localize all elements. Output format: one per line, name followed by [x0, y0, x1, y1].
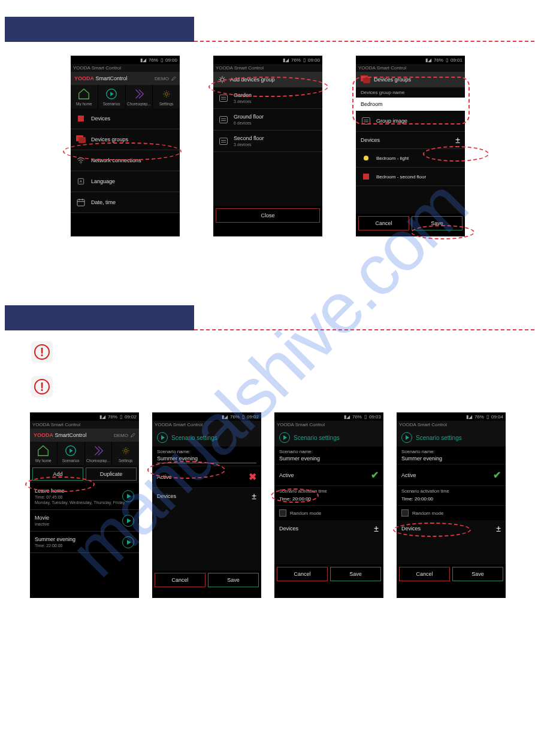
active-row[interactable]: Active ✔: [274, 464, 383, 486]
section-header-2: [5, 305, 194, 330]
save-button[interactable]: Save: [452, 567, 503, 581]
random-mode-row[interactable]: Random mode: [397, 506, 506, 520]
demo-badge: DEMO: [114, 433, 128, 438]
cancel-button[interactable]: Cancel: [277, 567, 328, 581]
footer-buttons: Cancel Save: [274, 564, 383, 584]
edit-icon[interactable]: [171, 76, 176, 81]
group-ground[interactable]: Ground floor6 devices: [213, 109, 322, 130]
svg-text:A: A: [80, 180, 82, 183]
add-button[interactable]: Add: [32, 467, 83, 481]
play-circle-icon: [64, 444, 77, 457]
menu-language[interactable]: A Language: [71, 171, 180, 192]
save-button[interactable]: Save: [208, 573, 259, 587]
play-circle-icon: [279, 432, 290, 443]
clock: 09:02: [247, 414, 259, 420]
scenario-name-field[interactable]: Scenario name: Summer evening: [274, 447, 383, 464]
group-name-input[interactable]: Bedroom: [356, 98, 465, 111]
battery-text: 76%: [434, 57, 443, 63]
dashed-line-2: [194, 329, 534, 330]
scenario-name-value: Summer evening: [279, 456, 379, 462]
devices-section: Devices ±: [274, 520, 383, 537]
random-mode-row[interactable]: Random mode: [274, 506, 383, 520]
checkbox-icon[interactable]: [401, 509, 409, 517]
tab-home[interactable]: My home: [71, 85, 98, 108]
save-button[interactable]: Save: [330, 567, 381, 581]
tab-scenarios-label: Scenarios: [62, 459, 80, 463]
phone-scenarios-list: ▮◢76%▯09:02 YOODA Smart Control YOODA Sm…: [30, 412, 139, 598]
scenario-name-label: Scenario name:: [401, 449, 501, 454]
device-item-blind[interactable]: Bedroom - second floor: [356, 168, 465, 186]
add-device-icon[interactable]: ±: [455, 135, 460, 145]
x-icon: ✖: [249, 471, 256, 482]
warning-icon-2: !: [31, 376, 53, 397]
cancel-button[interactable]: Cancel: [358, 216, 409, 230]
tab-scenarios[interactable]: Scenarios: [98, 85, 126, 108]
scenario-movie[interactable]: Movie Inactive: [30, 510, 139, 532]
scenario-settings-header: Scenario settings: [274, 429, 383, 447]
devices-label: Devices: [361, 137, 380, 143]
tab-settings[interactable]: Settings: [112, 442, 139, 465]
add-device-icon[interactable]: ±: [496, 524, 501, 533]
add-group-header-label: Add devices group: [230, 77, 275, 83]
add-device-icon[interactable]: ±: [252, 491, 256, 501]
duplicate-button[interactable]: Duplicate: [86, 467, 137, 481]
checkbox-icon[interactable]: [279, 509, 286, 517]
device-item-light[interactable]: Bedroom - light: [356, 149, 465, 168]
play-button[interactable]: [122, 490, 134, 502]
devices-groups-icon: [76, 135, 86, 144]
play-button[interactable]: [122, 536, 134, 548]
tab-home[interactable]: My home: [30, 442, 58, 465]
play-icon: [127, 494, 131, 499]
active-row[interactable]: Active ✔: [397, 464, 506, 486]
tab-scenarios[interactable]: Scenarios: [58, 442, 85, 465]
status-bar: ▮◢76%▯09:03: [274, 412, 383, 421]
menu-datetime[interactable]: Date, time: [71, 192, 180, 213]
devices-section: Devices ±: [356, 132, 465, 149]
group-name-label: Devices group name: [356, 87, 465, 98]
status-bar: ▮◢76%▯09:02: [152, 412, 261, 421]
scenario-leave-home[interactable]: Leave home Time: 07:45:00 Monday, Tuesda…: [30, 483, 139, 510]
add-device-icon[interactable]: ±: [374, 524, 379, 533]
scenario-sub1: Time: 07:45:00: [35, 495, 134, 499]
close-button[interactable]: Close: [216, 208, 320, 223]
choreo-icon: [92, 444, 105, 457]
active-row[interactable]: Active ✖: [152, 466, 261, 488]
group-second[interactable]: Second floor3 devices: [213, 130, 322, 152]
battery-icon: ▯: [161, 57, 163, 63]
edit-icon[interactable]: [131, 433, 135, 438]
brand-label: YOODA SmartControl: [34, 432, 87, 438]
play-button[interactable]: [122, 515, 134, 527]
menu-devices[interactable]: Devices: [71, 108, 180, 129]
menu-network[interactable]: Network connections: [71, 150, 180, 171]
tab-choreo[interactable]: Choreograp...: [126, 85, 153, 108]
activation-time-value[interactable]: Time: 20:00:00: [274, 496, 383, 506]
group-image-row[interactable]: Group image: [356, 111, 465, 132]
cancel-button[interactable]: Cancel: [155, 573, 205, 587]
random-label: Random mode: [290, 511, 321, 516]
wifi-icon: [76, 156, 86, 165]
scenario-summer[interactable]: Summer evening Time: 22:00:00: [30, 532, 139, 553]
battery-icon: ▯: [120, 414, 122, 420]
scenario-title: Summer evening: [35, 536, 134, 542]
check-icon: ✔: [493, 469, 501, 481]
group-garden[interactable]: Garden3 devices: [213, 87, 322, 109]
clock: 09:02: [125, 414, 137, 420]
menu-devices-groups[interactable]: Devices groups: [71, 129, 180, 150]
blind-red-icon: [363, 174, 369, 180]
scenario-settings-header: Scenario settings: [152, 429, 261, 447]
signal-icon: ▮◢: [99, 414, 105, 420]
tab-settings-label: Settings: [119, 459, 133, 463]
add-group-header[interactable]: Add devices group: [213, 72, 322, 87]
cancel-button[interactable]: Cancel: [399, 567, 450, 581]
footer-buttons: Cancel Save: [152, 570, 261, 590]
battery-icon: ▯: [486, 414, 489, 420]
activation-time-value[interactable]: Time: 20:00:00: [397, 496, 506, 506]
save-button[interactable]: Save: [412, 216, 463, 230]
tab-choreo[interactable]: Choreograp...: [85, 442, 113, 465]
devices-groups-icon: [361, 75, 370, 84]
tab-settings[interactable]: Settings: [153, 85, 180, 108]
scenario-name-field[interactable]: Scenario name: Summer evening: [397, 447, 506, 464]
menu-language-label: Language: [91, 178, 115, 184]
tab-strip: My home Scenarios Choreograp... Settings: [30, 442, 139, 465]
scenario-name-field[interactable]: Scenario name: Summer evening: [152, 447, 261, 466]
